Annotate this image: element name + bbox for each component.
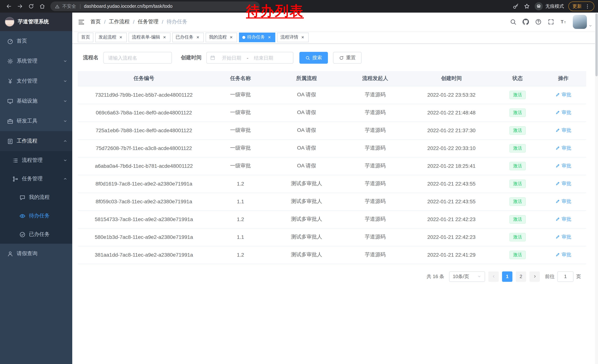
- tab-发起流程[interactable]: 发起流程×: [95, 32, 127, 42]
- sidebar-item-label: 首页: [17, 38, 27, 44]
- more-menu-icon[interactable]: [585, 4, 590, 9]
- chrome-home-icon[interactable]: [37, 1, 47, 11]
- cell-id: 75d72608-7b7f-11ec-a3c8-acde48001122: [78, 139, 210, 157]
- page-button-2[interactable]: 2: [516, 271, 526, 282]
- column-header: 操作: [540, 71, 586, 86]
- chrome-back-icon[interactable]: [4, 1, 14, 11]
- sidebar-item-workflow[interactable]: 工作流程: [0, 131, 72, 151]
- process-name-input[interactable]: [103, 52, 172, 64]
- approve-link[interactable]: 审批: [555, 109, 571, 116]
- incognito-chip: 无痕模式: [535, 2, 564, 10]
- reset-button[interactable]: 重置: [333, 52, 362, 64]
- sidebar-item-system[interactable]: 系统管理: [0, 51, 72, 71]
- cell-time: 2022-01-21 22:42:23: [408, 228, 495, 246]
- help-icon[interactable]: [535, 18, 542, 25]
- sidebar-item-infrastructure[interactable]: 基础设施: [0, 91, 72, 111]
- chrome-refresh-icon[interactable]: [26, 1, 36, 11]
- page-button-1[interactable]: 1: [502, 271, 512, 282]
- chevron-down-icon: [588, 24, 592, 28]
- close-tab-icon[interactable]: ×: [267, 35, 272, 40]
- sidebar-item-process-mgmt[interactable]: 流程管理: [0, 151, 72, 170]
- status-badge: 激活: [509, 197, 526, 206]
- approve-link[interactable]: 审批: [555, 180, 571, 187]
- approve-link[interactable]: 审批: [555, 251, 571, 258]
- incognito-icon: [536, 4, 541, 9]
- cell-time: 2022-01-21 22:41:29: [408, 246, 495, 264]
- approve-link[interactable]: 审批: [555, 127, 571, 134]
- sidebar-item-home[interactable]: 首页: [0, 31, 72, 51]
- column-header: 所属流程: [271, 71, 342, 86]
- approve-link[interactable]: 审批: [555, 91, 571, 98]
- cell-process: 测试多审批人: [271, 246, 342, 264]
- sidebar-item-task-mgmt[interactable]: 任务管理: [0, 170, 72, 188]
- user-avatar-dropdown[interactable]: [573, 15, 592, 29]
- sidebar-item-done-task[interactable]: 已办任务: [0, 225, 72, 244]
- tab-首页[interactable]: 首页: [78, 32, 93, 42]
- cell-time: 2022-01-21 22:43:55: [408, 175, 495, 193]
- sidebar-menu: 首页系统管理支付管理基础设施研发工具工作流程流程管理任务管理我的流程待办任务已办…: [0, 31, 72, 264]
- process-name-label: 流程名: [83, 54, 99, 61]
- chevron-right-icon: [533, 274, 537, 278]
- tab-流程详情[interactable]: 流程详情×: [277, 32, 309, 42]
- close-tab-icon[interactable]: ×: [195, 35, 200, 40]
- tab-流程表单-编辑[interactable]: 流程表单-编辑×: [129, 32, 170, 42]
- page-scrollbar[interactable]: [595, 13, 598, 364]
- address-bar[interactable]: 不安全 dashboard.yudao.iocoder.cn/bpm/task/…: [50, 1, 260, 11]
- sidebar-item-leave-query[interactable]: 请假查询: [0, 244, 72, 264]
- cell-name: 1.2: [210, 246, 271, 264]
- page-size-select[interactable]: 10条/页: [449, 271, 485, 282]
- breadcrumb-item[interactable]: 工作流程: [109, 18, 130, 25]
- tab-已办任务[interactable]: 已办任务×: [172, 32, 204, 42]
- tab-待办任务[interactable]: 待办任务×: [239, 32, 275, 42]
- sidebar-item-payment[interactable]: 支付管理: [0, 71, 72, 91]
- svg-text:T: T: [561, 19, 564, 24]
- approve-label: 审批: [562, 198, 571, 205]
- approve-link[interactable]: 审批: [555, 216, 571, 223]
- search-button[interactable]: 搜索: [299, 52, 328, 64]
- approve-link[interactable]: 审批: [555, 234, 571, 240]
- key-icon[interactable]: [512, 3, 519, 10]
- fullscreen-icon[interactable]: [548, 18, 554, 25]
- approve-link[interactable]: 审批: [555, 162, 571, 169]
- scrollbar-thumb[interactable]: [595, 13, 598, 76]
- font-size-icon[interactable]: TT: [560, 18, 567, 25]
- update-button[interactable]: 更新: [568, 1, 594, 11]
- chrome-forward-icon[interactable]: [15, 1, 25, 11]
- sidebar-item-todo-task[interactable]: 待办任务: [0, 207, 72, 225]
- star-icon[interactable]: [523, 3, 530, 10]
- date-range-picker[interactable]: -: [206, 52, 293, 64]
- edit-icon: [555, 199, 560, 204]
- start-date-input[interactable]: [217, 55, 246, 61]
- chevron-left-icon: [491, 274, 496, 278]
- tab-我的流程[interactable]: 我的流程×: [206, 32, 237, 42]
- github-icon[interactable]: [523, 18, 529, 25]
- fold-menu-icon[interactable]: [78, 18, 85, 25]
- close-tab-icon[interactable]: ×: [229, 35, 234, 40]
- end-date-input[interactable]: [249, 55, 278, 61]
- approve-link[interactable]: 审批: [555, 198, 571, 205]
- close-tab-icon[interactable]: ×: [118, 35, 123, 40]
- cell-action: 审批: [540, 210, 586, 228]
- close-tab-icon[interactable]: ×: [162, 35, 167, 40]
- approve-label: 审批: [562, 162, 571, 169]
- sidebar-logo[interactable]: 芋道管理系统: [0, 13, 72, 31]
- sidebar-item-devtools[interactable]: 研发工具: [0, 111, 72, 131]
- column-header: 任务编号: [78, 71, 210, 86]
- next-page-button[interactable]: [530, 271, 540, 282]
- prev-page-button[interactable]: [488, 271, 499, 282]
- column-header: 流程发起人: [342, 71, 408, 86]
- breadcrumb-item[interactable]: 任务管理: [138, 18, 158, 25]
- cell-time: 2022-01-22 18:25:41: [408, 157, 495, 175]
- cell-action: 审批: [540, 86, 586, 104]
- home-icon: [39, 3, 45, 9]
- goto-page-input[interactable]: [557, 271, 573, 282]
- search-icon[interactable]: [510, 18, 516, 25]
- breadcrumb-item[interactable]: 首页: [91, 18, 101, 25]
- close-tab-icon[interactable]: ×: [300, 35, 305, 40]
- approve-link[interactable]: 审批: [555, 145, 571, 152]
- gauge-icon: [7, 38, 13, 44]
- cell-starter: 芋道源码: [342, 175, 408, 193]
- update-label: 更新: [573, 3, 582, 9]
- cell-status: 激活: [495, 86, 540, 104]
- sidebar-item-my-process[interactable]: 我的流程: [0, 188, 72, 207]
